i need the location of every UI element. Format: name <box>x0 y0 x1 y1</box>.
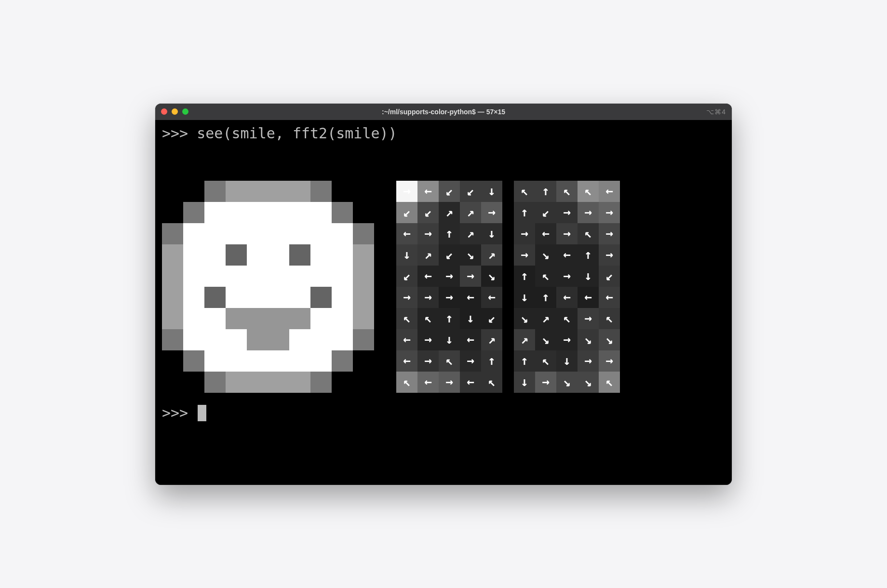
fft-gap <box>502 308 514 329</box>
fft-cell: → <box>535 372 556 393</box>
pixel <box>183 350 204 372</box>
pixel <box>247 244 268 266</box>
fft-cell: ↗ <box>417 244 439 266</box>
fft-cell: ← <box>417 266 439 287</box>
fft-cell: ↑ <box>514 350 535 372</box>
pixel <box>162 244 183 266</box>
pixel <box>268 244 289 266</box>
pixel <box>183 308 204 329</box>
pixel <box>353 372 374 393</box>
fft-cell: ↙ <box>535 202 556 223</box>
pixel <box>183 287 204 308</box>
fft-cell: ↑ <box>481 350 502 372</box>
pixel <box>204 350 226 372</box>
pixel <box>332 350 353 372</box>
pixel <box>332 308 353 329</box>
pixel <box>353 181 374 202</box>
traffic-lights <box>161 108 188 115</box>
pixel <box>247 372 268 393</box>
fft-gap <box>502 350 514 372</box>
pixel <box>204 372 226 393</box>
window-title: :~/ml/supports-color-python$ — 57×15 <box>155 108 732 116</box>
fft-cell: ↖ <box>439 350 460 372</box>
fft-cell: → <box>578 202 599 223</box>
fft-cell: → <box>578 308 599 329</box>
fft-cell: → <box>460 266 481 287</box>
fft-cell: ← <box>396 223 417 244</box>
fft-cell: ↑ <box>514 202 535 223</box>
fft-cell: → <box>514 223 535 244</box>
fft-cell: → <box>417 329 439 350</box>
pixel <box>162 181 183 202</box>
fft-cell: ↖ <box>535 350 556 372</box>
pixel <box>289 350 310 372</box>
pixel <box>332 223 353 244</box>
pixel <box>353 202 374 223</box>
fft-cell: ↖ <box>481 372 502 393</box>
image-fft: →←↙↙↓↖↑↖↖←↙↙↗↗→↑↙→→→←→↑↗↓→←→↖→↓↗↙↘↗→↘←↑→… <box>396 181 620 393</box>
pixel <box>204 202 226 223</box>
fft-gap <box>502 244 514 266</box>
fft-cell: ↘ <box>556 372 578 393</box>
terminal-body[interactable]: >>> see(smile, fft2(smile)) →←↙↙↓↖↑↖↖←↙↙… <box>155 120 732 485</box>
fft-gap <box>502 266 514 287</box>
pixel <box>289 287 310 308</box>
pixel <box>162 350 183 372</box>
pixel <box>310 223 332 244</box>
fft-cell: ← <box>396 329 417 350</box>
fft-cell: ↘ <box>578 372 599 393</box>
fft-cell: ↗ <box>514 329 535 350</box>
titlebar-shortcut-hint: ⌥⌘4 <box>706 108 726 116</box>
fft-cell: → <box>556 223 578 244</box>
pixel <box>204 287 226 308</box>
fft-cell: ← <box>599 287 620 308</box>
pixel <box>310 308 332 329</box>
fft-cell: ↗ <box>481 329 502 350</box>
fft-cell: → <box>417 223 439 244</box>
pixel <box>310 202 332 223</box>
fft-gap <box>502 372 514 393</box>
fft-cell: → <box>396 287 417 308</box>
fft-gap <box>502 287 514 308</box>
pixel <box>289 202 310 223</box>
fft-cell: → <box>396 181 417 202</box>
fft-cell: ↘ <box>514 308 535 329</box>
fft-cell: ↙ <box>396 202 417 223</box>
close-button[interactable] <box>161 108 167 115</box>
fft-cell: ↓ <box>460 308 481 329</box>
pixel <box>353 266 374 287</box>
fft-cell: ↙ <box>460 181 481 202</box>
fft-cell: → <box>417 287 439 308</box>
pixel <box>289 329 310 350</box>
fft-cell: ↓ <box>481 181 502 202</box>
fft-cell: ↖ <box>514 181 535 202</box>
fft-cell: → <box>439 372 460 393</box>
fft-cell: ↗ <box>481 244 502 266</box>
maximize-button[interactable] <box>182 108 188 115</box>
fft-cell: ↙ <box>439 244 460 266</box>
pixel <box>268 350 289 372</box>
pixel <box>353 287 374 308</box>
pixel <box>247 329 268 350</box>
pixel <box>268 372 289 393</box>
repl-input-line: >>> see(smile, fft2(smile)) <box>162 125 725 142</box>
pixel <box>226 329 247 350</box>
pixel <box>247 202 268 223</box>
pixel <box>204 329 226 350</box>
pixel <box>247 223 268 244</box>
fft-cell: ↗ <box>439 202 460 223</box>
fft-cell: ↘ <box>535 244 556 266</box>
pixel <box>247 181 268 202</box>
fft-cell: → <box>514 244 535 266</box>
pixel <box>183 266 204 287</box>
minimize-button[interactable] <box>172 108 178 115</box>
pixel <box>353 329 374 350</box>
pixel <box>353 244 374 266</box>
fft-gap <box>502 181 514 202</box>
pixel <box>353 223 374 244</box>
pixel <box>162 266 183 287</box>
fft-cell: ↘ <box>578 329 599 350</box>
fft-cell: ↖ <box>578 181 599 202</box>
fft-cell: → <box>481 202 502 223</box>
fft-cell: ↓ <box>514 287 535 308</box>
